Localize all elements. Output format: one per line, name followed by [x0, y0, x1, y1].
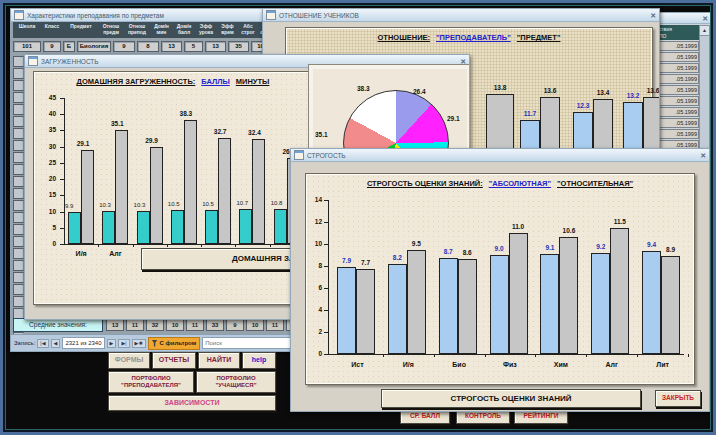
x-axis — [64, 244, 304, 245]
date-cell: .05.1999 — [657, 41, 699, 51]
reports-button[interactable]: ОТЧЕТЫ — [152, 352, 196, 369]
date-cell: .05.1999 — [657, 129, 699, 139]
record-selector[interactable] — [13, 236, 24, 247]
window-title: ОТНОШЕНИЕ УЧЕНИКОВ — [279, 12, 359, 19]
strictness-button[interactable]: СТРОГОСТЬ ОЦЕНКИ ЗНАНИЙ — [381, 389, 641, 408]
table-cell: Биология — [77, 41, 111, 52]
next-record-button[interactable]: ▶ — [107, 339, 117, 348]
record-selector[interactable] — [13, 176, 24, 187]
close-icon[interactable]: ✕ — [700, 152, 706, 159]
forms-button[interactable]: ФОРМЫ — [108, 352, 150, 369]
record-selector[interactable] — [13, 68, 24, 79]
y-tick-label: 4 — [306, 306, 322, 313]
window-title: СТРОГОСТЬ — [307, 152, 346, 159]
last-record-button[interactable]: ▶| — [118, 339, 129, 348]
portfolio-student-line2: "УЧАЩИЕСЯ" — [215, 382, 256, 390]
y-tick — [324, 288, 328, 289]
x-tick — [383, 354, 384, 357]
window-icon — [266, 10, 276, 20]
titlebar-attitude[interactable]: ОТНОШЕНИЕ УЧЕНИКОВ ✕ — [263, 9, 659, 22]
y-tick — [60, 130, 64, 131]
record-selector[interactable] — [13, 248, 24, 259]
new-record-button[interactable]: ▶✱ — [132, 339, 146, 348]
record-selector[interactable] — [13, 80, 24, 91]
portfolio-student-button[interactable]: ПОРТФОЛИО "УЧАЩИЕСЯ" — [196, 371, 276, 393]
record-selector[interactable] — [13, 164, 24, 175]
bar-absolute — [337, 267, 356, 354]
column-header: Абс строг — [239, 24, 257, 36]
bar-absolute — [642, 251, 661, 354]
record-selector[interactable] — [13, 200, 24, 211]
close-strictness-button[interactable]: ЗАКРЫТЬ — [655, 390, 701, 407]
y-tick — [324, 310, 328, 311]
scroll-up-icon[interactable]: ▲ — [700, 26, 709, 36]
y-tick — [60, 212, 64, 213]
record-selector[interactable] — [13, 104, 24, 115]
record-selector[interactable] — [13, 128, 24, 139]
column-header: Эфф врем — [217, 24, 238, 36]
x-category-label: Хим — [535, 361, 586, 368]
y-tick — [324, 244, 328, 245]
close-icon[interactable]: ✕ — [650, 12, 656, 19]
bar-value-label: 9.5 — [403, 240, 430, 247]
y-tick — [60, 179, 64, 180]
portfolio-teacher-button[interactable]: ПОРТФОЛИО "ПРЕПОДАВАТЕЛЯ" — [108, 371, 194, 393]
y-tick — [324, 200, 328, 201]
x-category-label: Ист — [332, 361, 383, 368]
average-cell: 13 — [106, 319, 124, 331]
first-record-button[interactable]: |◀ — [37, 339, 48, 348]
record-selector[interactable] — [13, 260, 24, 271]
pie-value-label: 26.4 — [413, 88, 426, 95]
table-cell: 9 — [113, 41, 135, 52]
record-selector[interactable] — [13, 284, 24, 295]
bar-absolute — [388, 264, 407, 354]
prev-record-button[interactable]: ◀ — [51, 339, 61, 348]
record-selector[interactable] — [13, 212, 24, 223]
x-category-label: И/я — [383, 361, 434, 368]
table-cell: 101 — [13, 41, 41, 52]
bar-value-label: 8.9 — [657, 246, 684, 253]
record-selector[interactable] — [13, 92, 24, 103]
bar-value-label: 8.6 — [454, 249, 481, 256]
bar-value-label: 35.1 — [103, 120, 131, 127]
column-header: Дом/н балл — [173, 24, 195, 36]
y-axis — [64, 98, 65, 244]
filter-button[interactable]: С фильтром — [148, 337, 201, 350]
y-tick-label: 5 — [40, 224, 56, 231]
record-selector[interactable] — [13, 116, 24, 127]
x-category-label: Алг — [98, 250, 132, 257]
record-selector-strip[interactable] — [13, 56, 24, 343]
average-cell: 11 — [186, 319, 204, 331]
y-tick — [324, 332, 328, 333]
search-input[interactable] — [202, 337, 294, 349]
bar-value-label: 13.8 — [483, 84, 517, 91]
bar-value-label: 10.3 — [134, 202, 146, 208]
date-cell: .05.1999 — [657, 74, 699, 84]
record-selector[interactable] — [13, 188, 24, 199]
x-tick — [535, 354, 536, 357]
record-selector[interactable] — [13, 296, 24, 307]
x-axis — [328, 354, 684, 355]
average-cell: 33 — [206, 319, 224, 331]
find-button[interactable]: НАЙТИ — [198, 352, 240, 369]
close-icon[interactable]: ✕ — [702, 15, 708, 22]
averages-cells: 1311321011339101110 — [106, 319, 304, 331]
bar-points — [68, 212, 81, 244]
bar-value-label: 13.6 — [640, 87, 660, 94]
record-selector[interactable] — [13, 56, 24, 67]
titlebar-dates[interactable]: ✕ — [655, 13, 711, 24]
help-button[interactable]: help — [242, 352, 276, 369]
record-selector[interactable] — [13, 224, 24, 235]
record-selector[interactable] — [13, 272, 24, 283]
bar-value-label: 29.1 — [69, 140, 97, 147]
dependencies-button[interactable]: ЗАВИСИМОСТИ — [108, 395, 276, 411]
x-tick — [688, 354, 689, 357]
record-selector[interactable] — [13, 152, 24, 163]
close-icon[interactable]: ✕ — [460, 58, 466, 65]
window-icon — [28, 56, 38, 66]
record-selector[interactable] — [13, 140, 24, 151]
average-cell: 10 — [166, 319, 184, 331]
x-tick — [485, 354, 486, 357]
record-position[interactable]: 2321 из 2340 — [62, 337, 104, 349]
titlebar-strictness[interactable]: СТРОГОСТЬ ✕ — [291, 149, 709, 162]
